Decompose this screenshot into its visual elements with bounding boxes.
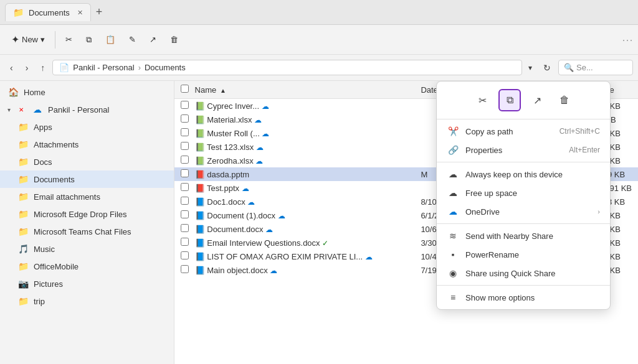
cut-button[interactable]: ✂ [59,31,79,48]
copy-button[interactable]: ⧉ [80,31,98,49]
file-name-cell[interactable]: 📕 Test.pptx ☁ [174,181,414,195]
cm-item-power-rename[interactable]: ▪ PowerRename [437,245,610,264]
file-name-cell[interactable]: 📘 Document.docx ☁ [174,222,414,236]
search-placeholder: Se... [576,63,593,72]
address-chevron-button[interactable]: ▾ [525,61,536,75]
power-rename-icon: ▪ [447,250,459,259]
file-type-icon: 📘 [195,225,205,234]
title-bar: 📁 Documents ✕ + [0,0,638,25]
cut-icon: ✂ [65,35,72,44]
file-name-cell[interactable]: 📗 Muster Roll (... ☁ [174,126,414,140]
file-name-cell[interactable]: 📗 Material.xlsx ☁ [174,113,414,126]
breadcrumb[interactable]: 📄 Pankil - Personal › Documents [52,60,522,75]
file-name: Document (1).docx [207,211,275,220]
sidebar-item-documents[interactable]: 📁 Documents [0,170,174,188]
sidebar-item-label: Pankil - Personal [48,105,166,114]
cm-copy-button[interactable]: ⧉ [498,89,521,111]
file-type-icon: 📕 [195,170,205,179]
cm-item-free-up-space[interactable]: ☁ Free up space [437,184,610,202]
new-button[interactable]: ✦ New ▾ [5,30,51,49]
file-type-icon: 📗 [195,156,205,166]
sidebar-item-label: Music [34,245,166,254]
share-button[interactable]: ↗ [143,31,163,48]
cm-share-button[interactable]: ↗ [526,89,548,111]
forward-button[interactable]: › [21,60,34,75]
sidebar-item-pankil[interactable]: ▾ ✕ ☁ Pankil - Personal [0,101,174,118]
cm-item-show-more[interactable]: ≡ Show more options [437,288,610,307]
breadcrumb-sep: › [138,63,141,72]
cm-shortcut: Ctrl+Shift+C [559,127,600,136]
pictures-icon: 📷 [17,279,29,289]
cm-item-onedrive[interactable]: ☁ OneDrive › [437,202,610,221]
cm-label: Show more options [465,293,600,302]
file-type-icon: 📗 [195,101,205,111]
sidebar-item-docs[interactable]: 📁 Docs [0,153,174,170]
onedrive-status-icon: ☁ [365,253,373,261]
submenu-arrow-icon: › [598,208,600,215]
documents-tab[interactable]: 📁 Documents ✕ [5,3,91,21]
cm-delete-button[interactable]: 🗑 [553,89,576,111]
sidebar-item-trip[interactable]: 📁 trip [0,292,174,310]
nearby-share-icon: ≋ [447,231,459,241]
search-box[interactable]: 🔍 Se... [558,60,633,75]
address-bar: ‹ › ↑ 📄 Pankil - Personal › Documents ▾ … [0,55,638,81]
sidebar-item-pictures[interactable]: 📷 Pictures [0,275,174,292]
file-name-cell[interactable]: 📘 Document (1).docx ☁ [174,208,414,222]
file-checkbox[interactable] [181,156,189,164]
file-name-cell[interactable]: 📘 LIST OF OMAX AGRO EXIM PRIVATE LI... ☁ [174,250,414,263]
file-type-icon: 📘 [195,266,205,275]
up-button[interactable]: ↑ [36,60,50,75]
file-checkbox[interactable] [181,224,189,232]
sidebar-item-home[interactable]: 🏠 Home [0,83,174,101]
paste-button[interactable]: 📋 [99,31,121,48]
delete-button[interactable]: 🗑 [164,31,184,48]
sidebar-item-attachments[interactable]: 📁 Attachments [0,136,174,153]
sidebar-item-music[interactable]: 🎵 Music [0,240,174,258]
back-button[interactable]: ‹ [5,60,18,75]
file-checkbox[interactable] [181,238,189,246]
file-name-cell[interactable]: 📗 Test 123.xlsx ☁ [174,140,414,154]
file-name-cell[interactable]: 📗 Zerodha.xlsx ☁ [174,154,414,167]
file-checkbox[interactable] [181,210,189,218]
file-checkbox[interactable] [181,197,189,205]
sidebar-item-label: Pictures [34,279,166,289]
file-checkbox[interactable] [181,251,189,259]
cm-item-nearby-share[interactable]: ≋ Send with Nearby Share [437,226,610,245]
file-name-cell[interactable]: 📘 Email Interview Questions.docx ✓ [174,236,414,250]
file-name-cell[interactable]: 📗 Cyprec Inver... ☁ [174,99,414,113]
refresh-button[interactable]: ↻ [538,60,556,75]
file-checkbox[interactable] [181,265,189,273]
folder-icon: 📁 [17,139,29,149]
sidebar-item-teams-chat[interactable]: 📁 Microsoft Teams Chat Files [0,223,174,240]
file-checkbox[interactable] [181,128,189,136]
file-name-cell[interactable]: 📘 Main object.docx ☁ [174,263,414,277]
onedrive-cloud-icon: ☁ [32,105,43,114]
tab-close-button[interactable]: ✕ [77,9,83,17]
sidebar-item-apps[interactable]: 📁 Apps [0,118,174,136]
share-icon: ↗ [150,35,156,44]
file-name-cell[interactable]: 📕 dasda.pptm [174,167,414,181]
file-checkbox[interactable] [181,183,189,191]
new-tab-button[interactable]: + [91,3,108,21]
show-more-icon: ≡ [447,292,459,302]
sidebar-item-label: Apps [34,123,166,132]
cm-cut-button[interactable]: ✂ [471,89,493,111]
file-name-cell[interactable]: 📘 Doc1.docx ☁ [174,195,414,208]
cm-item-copy-as-path[interactable]: ✂️ Copy as path Ctrl+Shift+C [437,122,610,141]
rename-button[interactable]: ✎ [123,31,142,48]
col-header-name[interactable]: Name ▲ [174,81,414,99]
sidebar-item-label: Microsoft Teams Chat Files [34,227,166,236]
file-checkbox[interactable] [181,114,189,123]
sidebar-item-office-mobile[interactable]: 📁 OfficeMobile [0,258,174,275]
file-checkbox[interactable] [181,101,189,109]
cm-shortcut: Alt+Enter [569,146,600,154]
file-checkbox[interactable] [181,169,189,177]
select-all-checkbox[interactable] [181,85,189,93]
cm-item-always-keep[interactable]: ☁ Always keep on this device [437,165,610,184]
sidebar-item-email-attachments[interactable]: 📁 Email attachments [0,188,174,205]
file-checkbox[interactable] [181,142,189,150]
cm-item-quick-share[interactable]: ◉ Share using Quick Share [437,264,610,282]
folder-icon: 📁 [17,209,29,219]
cm-item-properties[interactable]: 🔗 Properties Alt+Enter [437,141,610,159]
sidebar-item-edge-drop[interactable]: 📁 Microsoft Edge Drop Files [0,205,174,223]
